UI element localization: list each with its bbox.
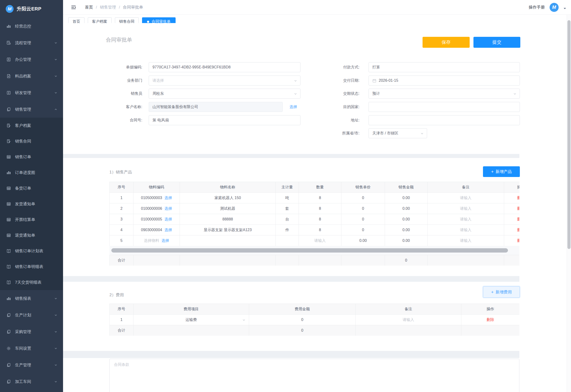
fee-remark-input[interactable]: 请输入 bbox=[356, 315, 461, 325]
customer-name-input[interactable]: 山河智能装备股份有限公司 bbox=[149, 102, 283, 112]
fee-item-select[interactable]: 运输费 bbox=[134, 315, 249, 325]
business-dept-select[interactable]: 请选择 bbox=[149, 76, 301, 85]
cell-qty-input[interactable]: 8 bbox=[299, 225, 341, 236]
sidebar-item-sales-order-plan[interactable]: 销售订单计划表 bbox=[0, 243, 63, 259]
save-button[interactable]: 保存 bbox=[422, 37, 470, 48]
payment-method-input[interactable]: 打算 bbox=[369, 62, 520, 72]
cell-seq: 4 bbox=[110, 225, 134, 236]
cell-remark-input[interactable]: 请输入 bbox=[428, 236, 504, 246]
sidebar-item-production-mgmt[interactable]: 生产管理 bbox=[0, 357, 63, 373]
manual-link[interactable]: 操作手册 bbox=[529, 4, 545, 10]
contract-terms-textarea[interactable]: 合同条款 bbox=[109, 359, 519, 392]
grid-icon bbox=[6, 155, 11, 159]
sidebar-item-invoice-settlement[interactable]: 开票结算单 bbox=[0, 212, 63, 227]
cell-qty-input[interactable]: 8 bbox=[299, 214, 341, 225]
sidebar-item-rd-mgmt[interactable]: 研发管理 bbox=[0, 84, 63, 101]
user-avatar[interactable]: M bbox=[550, 3, 559, 12]
delete-fee-link[interactable]: 删除 bbox=[487, 318, 494, 322]
sidebar-item-sales-order[interactable]: 销售订单 bbox=[0, 149, 63, 165]
salesperson-select[interactable]: 周桂东 bbox=[149, 89, 301, 98]
cell-amount: 0.00 bbox=[385, 214, 428, 225]
delete-row-link[interactable]: 删除 bbox=[517, 196, 520, 200]
products-total-table: 合计0 bbox=[109, 255, 519, 266]
breadcrumb-separator: / bbox=[96, 5, 97, 10]
sidebar-item-sales-report[interactable]: 销售报表 bbox=[0, 290, 63, 307]
delete-row-link[interactable]: 删除 bbox=[517, 207, 520, 210]
material-select-link[interactable]: 选择 bbox=[162, 238, 169, 243]
sidebar-item-sales-mgmt[interactable]: 销售管理 bbox=[0, 101, 63, 118]
cell-price-input[interactable]: 0.00 bbox=[341, 236, 385, 246]
cell-remark-input[interactable]: 请输入 bbox=[428, 193, 504, 203]
breadcrumb-item[interactable]: 首页 bbox=[85, 4, 93, 10]
caret-down-icon[interactable] bbox=[563, 8, 566, 10]
horizontal-scrollbar-thumb[interactable] bbox=[111, 248, 508, 252]
sidebar-item-material-archive[interactable]: 料品档案 bbox=[0, 68, 63, 84]
material-select-link[interactable]: 选择 bbox=[165, 196, 172, 200]
chevron-down-icon bbox=[421, 132, 424, 135]
vertical-scrollbar-track[interactable] bbox=[567, 15, 571, 392]
material-select-link[interactable]: 选择 bbox=[165, 217, 172, 221]
fee-amount-input[interactable]: 0 bbox=[249, 315, 356, 325]
fees-table-head: 序号费用项目费用金额备注操作 bbox=[110, 304, 520, 315]
cell-price-input[interactable]: 0 bbox=[341, 193, 385, 203]
material-code: 选择物料 bbox=[144, 238, 159, 243]
cell-qty-input[interactable]: 8 bbox=[299, 193, 341, 203]
sidebar-item-customer-archive[interactable]: 客户档案 bbox=[0, 118, 63, 133]
cell-qty-input[interactable]: 8 bbox=[299, 203, 341, 214]
field-label-business-dept: 业务部门 bbox=[63, 78, 146, 83]
sidebar-item-return-notice[interactable]: 退货通知单 bbox=[0, 227, 63, 243]
sidebar-item-stock-order[interactable]: 备货订单 bbox=[0, 180, 63, 196]
fees-table: 序号费用项目费用金额备注操作1运输费0请输入删除合计0 bbox=[109, 304, 519, 336]
brand: M 升阳云ERP bbox=[0, 0, 63, 18]
vertical-scrollbar-thumb[interactable] bbox=[567, 20, 571, 249]
sidebar-item-sales-order-detail[interactable]: 销售订单明细表 bbox=[0, 259, 63, 274]
address-input[interactable] bbox=[369, 115, 520, 125]
cell-remark-input[interactable]: 请输入 bbox=[428, 214, 504, 225]
material-select-link[interactable]: 选择 bbox=[165, 207, 172, 210]
sidebar-item-order-progress[interactable]: 订单进度图 bbox=[0, 165, 63, 180]
cell-amount: 0.00 bbox=[385, 225, 428, 236]
field-row-dest-country: 目的国家: bbox=[283, 102, 520, 112]
sidebar-item-office-mgmt[interactable]: 办公管理 bbox=[0, 51, 63, 68]
cell-action: 删除 bbox=[504, 214, 520, 225]
sidebar-item-delivery-7day[interactable]: 7天交货明细表 bbox=[0, 274, 63, 290]
dest-country-input[interactable] bbox=[369, 102, 520, 112]
cell-qty-input[interactable]: 请输入 bbox=[299, 236, 341, 246]
sidebar-item-process-mgmt[interactable]: 流程管理 bbox=[0, 34, 63, 51]
sidebar-item-purchase-mgmt[interactable]: 采购管理 bbox=[0, 323, 63, 340]
sidebar-item-workshop-setting[interactable]: 车间设置 bbox=[0, 340, 63, 357]
sidebar-item-processing-workshop[interactable]: 加工车间 bbox=[0, 373, 63, 390]
cell-seq: 5 bbox=[110, 236, 134, 246]
delivery-date-input[interactable]: 2026-01-15 bbox=[369, 76, 520, 85]
sidebar-item-business-overview[interactable]: 经营总控 bbox=[0, 18, 63, 34]
contract-no-input[interactable]: 第 电风扇 bbox=[149, 115, 301, 125]
delete-row-link[interactable]: 删除 bbox=[517, 228, 520, 232]
cell-price-input[interactable]: 0 bbox=[341, 214, 385, 225]
field-row-delivery-date: 交付日期:2026-01-15 bbox=[283, 76, 520, 85]
collapse-menu-icon[interactable] bbox=[71, 4, 76, 10]
sidebar-item-label: 经营总控 bbox=[15, 24, 31, 29]
cell-price-input[interactable]: 0 bbox=[341, 225, 385, 236]
field-label-customer-name: 客户名称: bbox=[63, 105, 146, 110]
delete-row-link[interactable]: 删除 bbox=[517, 238, 520, 243]
horizontal-scrollbar-track[interactable] bbox=[109, 246, 519, 255]
province-city-select[interactable]: 天津市 / 市辖区 bbox=[369, 128, 427, 138]
cell-price-input[interactable]: 0 bbox=[341, 203, 385, 214]
remark-placeholder: 请输入 bbox=[460, 217, 472, 221]
delete-row-link[interactable]: 删除 bbox=[517, 217, 520, 221]
breadcrumb-item[interactable]: 销售管理 bbox=[100, 4, 116, 10]
add-product-button[interactable]: + 新增产品 bbox=[483, 166, 520, 177]
sidebar-item-production-plan[interactable]: 生产计划 bbox=[0, 307, 63, 323]
sidebar-item-label: 流程管理 bbox=[15, 40, 31, 46]
sidebar-item-shipping-notice[interactable]: 发货通知单 bbox=[0, 196, 63, 212]
cell-remark-input[interactable]: 请输入 bbox=[428, 225, 504, 236]
doc-code-input[interactable]: 9770CA17-3497-4DB2-995E-B49E9CF61BD8 bbox=[149, 62, 301, 72]
submit-button[interactable]: 提交 bbox=[473, 37, 520, 48]
sidebar-item-sales-contract[interactable]: 销售合同 bbox=[0, 133, 63, 149]
material-select-link[interactable]: 选择 bbox=[165, 228, 172, 232]
delivery-status-select[interactable]: 预计 bbox=[369, 89, 520, 98]
add-fee-button[interactable]: + 新增费用 bbox=[483, 286, 520, 298]
cell-remark-input[interactable]: 请输入 bbox=[428, 203, 504, 214]
sidebar: M 升阳云ERP 经营总控流程管理办公管理料品档案研发管理销售管理客户档案销售合… bbox=[0, 0, 63, 392]
pages-icon bbox=[6, 379, 11, 384]
